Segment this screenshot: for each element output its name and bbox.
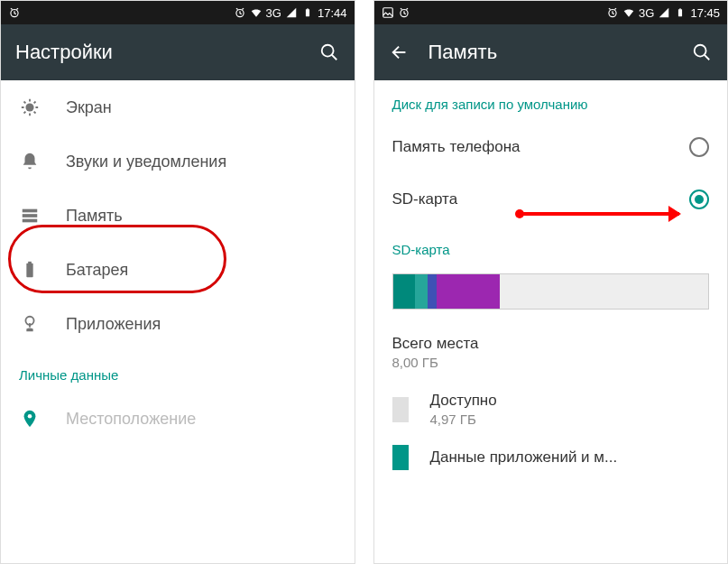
svg-point-5 xyxy=(25,103,33,111)
stat-label: Данные приложений и м... xyxy=(430,448,618,467)
svg-rect-7 xyxy=(23,214,38,217)
stat-label: Всего места xyxy=(392,335,710,353)
svg-rect-9 xyxy=(26,264,32,278)
settings-item-label: Память xyxy=(66,207,123,226)
svg-rect-8 xyxy=(23,219,38,223)
settings-item-label: Звуки и уведомления xyxy=(66,153,226,171)
svg-rect-2 xyxy=(306,9,309,16)
radio-label: Память телефона xyxy=(392,138,676,156)
stat-appdata[interactable]: Данные приложений и м... xyxy=(374,436,728,479)
stat-total: Всего места 8,00 ГБ xyxy=(374,326,728,383)
svg-point-19 xyxy=(695,45,706,57)
image-icon xyxy=(382,6,394,19)
svg-point-13 xyxy=(28,414,32,419)
color-swatch xyxy=(392,397,409,422)
signal-icon xyxy=(658,6,670,19)
radio-icon xyxy=(689,190,709,209)
phone-right: 3G 17:45 Память Диск для записи по умолч… xyxy=(373,0,729,564)
settings-item-storage[interactable]: Память xyxy=(1,189,355,243)
signal-icon xyxy=(285,6,298,19)
statusbar: 3G 17:44 xyxy=(1,1,355,24)
svg-rect-14 xyxy=(382,8,392,18)
storage-seg xyxy=(393,274,415,309)
settings-item-sound[interactable]: Звуки и уведомления xyxy=(1,134,355,189)
section-default-disk: Диск для записи по умолчанию xyxy=(374,80,728,121)
storage-icon xyxy=(19,205,41,227)
settings-item-label: Экран xyxy=(66,98,112,117)
page-title: Настройки xyxy=(15,41,300,64)
svg-rect-18 xyxy=(680,8,682,9)
svg-point-4 xyxy=(321,45,333,57)
section-sd: SD-карта xyxy=(374,226,728,266)
alarm-icon xyxy=(8,6,21,19)
back-button[interactable] xyxy=(389,42,410,63)
stat-value: 4,97 ГБ xyxy=(430,411,497,427)
svg-rect-10 xyxy=(28,262,32,264)
network-label: 3G xyxy=(639,6,654,20)
phone-left: 3G 17:44 Настройки Экран Звуки и ув xyxy=(0,0,355,564)
storage-seg xyxy=(415,274,428,309)
storage-settings: Диск для записи по умолчанию Память теле… xyxy=(374,80,728,563)
svg-rect-12 xyxy=(29,323,31,328)
storage-seg xyxy=(428,274,437,309)
page-title: Память xyxy=(429,41,674,64)
svg-rect-3 xyxy=(307,8,309,9)
network-label: 3G xyxy=(266,6,281,20)
svg-rect-6 xyxy=(23,209,38,213)
clock: 17:45 xyxy=(690,6,720,20)
battery-icon xyxy=(19,259,41,281)
settings-item-display[interactable]: Экран xyxy=(1,80,355,134)
settings-item-battery[interactable]: Батарея xyxy=(1,243,355,297)
wifi-icon xyxy=(250,6,263,19)
bell-icon xyxy=(19,151,41,172)
location-icon xyxy=(19,408,41,430)
appbar: Настройки xyxy=(1,24,355,80)
settings-list: Экран Звуки и уведомления Память Батарея… xyxy=(1,80,355,563)
color-swatch xyxy=(392,445,409,470)
radio-sd-card[interactable]: SD-карта xyxy=(374,173,728,226)
settings-item-label: Местоположение xyxy=(66,410,196,429)
apps-icon xyxy=(19,313,41,335)
statusbar: 3G 17:45 xyxy=(374,1,728,24)
wifi-icon xyxy=(622,6,635,19)
battery-icon xyxy=(301,6,314,19)
storage-seg xyxy=(437,274,500,309)
battery-icon xyxy=(674,6,687,19)
storage-seg xyxy=(500,274,708,309)
radio-icon xyxy=(689,137,709,157)
search-button[interactable] xyxy=(691,42,713,63)
settings-item-location[interactable]: Местоположение xyxy=(1,392,355,446)
stat-label: Доступно xyxy=(430,392,497,410)
stat-value: 8,00 ГБ xyxy=(392,355,710,370)
section-personal: Личные данные xyxy=(1,351,355,392)
radio-label: SD-карта xyxy=(392,190,676,208)
alarm-icon xyxy=(234,6,246,19)
settings-item-apps[interactable]: Приложения xyxy=(1,297,355,351)
alarm-icon xyxy=(606,6,619,19)
alarm-icon xyxy=(398,6,410,19)
svg-rect-17 xyxy=(678,9,682,16)
appbar: Память xyxy=(374,24,728,80)
brightness-icon xyxy=(19,97,41,118)
radio-phone-storage[interactable]: Память телефона xyxy=(374,121,728,173)
storage-bar xyxy=(392,273,710,310)
clock: 17:44 xyxy=(318,6,347,20)
stat-available[interactable]: Доступно 4,97 ГБ xyxy=(374,383,728,436)
search-button[interactable] xyxy=(318,42,340,63)
settings-item-label: Приложения xyxy=(66,315,161,334)
settings-item-label: Батарея xyxy=(66,261,128,280)
